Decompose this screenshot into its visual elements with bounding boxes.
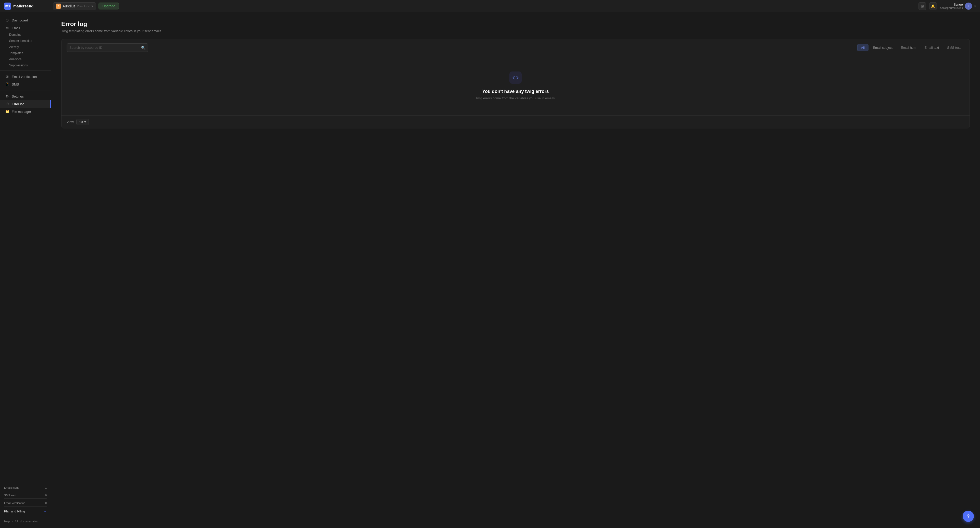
sms-sent-value: 0 xyxy=(45,494,47,497)
sidebar-label-email-verification: Email verification xyxy=(12,75,37,79)
page-title: Error log xyxy=(61,21,970,27)
workspace-icon: A xyxy=(56,3,61,9)
plan-arrow-icon: → xyxy=(44,510,47,513)
error-log-card: 🔍 All Email subject Email html Email tex… xyxy=(61,39,970,128)
sidebar-item-email-verification[interactable]: ✉ Email verification xyxy=(0,73,51,80)
user-chevron-icon: ▾ xyxy=(974,4,976,8)
sidebar-label-email: Email xyxy=(12,26,20,30)
tab-email-subject[interactable]: Email subject xyxy=(869,44,896,51)
sidebar-item-activity[interactable]: Activity xyxy=(9,44,51,50)
sidebar-label-settings: Settings xyxy=(12,94,24,98)
sender-identities-label: Sender identities xyxy=(9,39,32,43)
sidebar-item-settings[interactable]: ⚙ Settings xyxy=(0,93,51,100)
workspace-name: Aurelius xyxy=(62,4,76,8)
sidebar-label-dashboard: Dashboard xyxy=(12,18,28,22)
user-menu[interactable]: llango hello@aurelius.ink ll ▾ xyxy=(940,3,976,10)
plan-and-billing-link[interactable]: Plan and billing → xyxy=(4,508,47,515)
topbar: ms mailersend A Aurelius Plan: Free ▾ Up… xyxy=(0,0,980,12)
templates-label: Templates xyxy=(9,51,23,55)
settings-icon: ⚙ xyxy=(5,94,9,98)
view-label: View xyxy=(67,120,74,124)
email-icon: ✉ xyxy=(5,26,9,30)
notifications-icon[interactable]: 🔔 xyxy=(929,2,937,10)
sidebar-label-sms: SMS xyxy=(12,83,19,86)
workspace-selector[interactable]: A Aurelius Plan: Free ▾ xyxy=(53,2,96,10)
empty-state: You don't have any twig errors Twig erro… xyxy=(62,56,969,115)
domains-label: Domains xyxy=(9,33,21,37)
topbar-right: ⊞ 🔔 llango hello@aurelius.ink ll ▾ xyxy=(918,2,976,10)
per-page-select[interactable]: 10 ▾ xyxy=(76,119,89,125)
sidebar-item-email[interactable]: ✉ Email xyxy=(0,24,51,32)
emails-sent-value: 1 xyxy=(45,486,47,489)
footer-separator: · xyxy=(12,520,13,523)
workspace-plan: Plan: Free xyxy=(77,5,90,8)
email-verification-value: 0 xyxy=(45,501,47,504)
email-verification-stat: Email verification 0 xyxy=(4,501,47,506)
error-log-icon: ⏱ xyxy=(5,102,9,106)
search-icon[interactable]: 🔍 xyxy=(141,46,145,50)
upgrade-button[interactable]: Upgrade xyxy=(99,3,119,10)
sidebar-item-analytics[interactable]: Analytics xyxy=(9,56,51,62)
sms-sent-stat: SMS sent 0 xyxy=(4,493,47,498)
search-input[interactable] xyxy=(69,44,139,51)
user-email: hello@aurelius.ink xyxy=(940,6,963,10)
email-submenu: Domains Sender identities Activity Templ… xyxy=(0,32,51,69)
emails-sent-bar-fill xyxy=(4,491,47,491)
search-box: 🔍 xyxy=(67,43,148,52)
sidebar-item-domains[interactable]: Domains xyxy=(9,32,51,38)
email-verification-icon: ✉ xyxy=(5,75,9,79)
sidebar-main-nav: ⏱ Dashboard ✉ Email Domains Sender ident… xyxy=(0,15,51,116)
divider xyxy=(0,70,51,71)
logo: ms mailersend xyxy=(4,3,50,10)
logo-text: mailersend xyxy=(13,4,33,8)
emails-sent-label: Emails sent xyxy=(4,486,19,489)
email-verification-label: Email verification xyxy=(4,501,25,504)
sidebar-item-sms[interactable]: 📱 SMS xyxy=(0,80,51,88)
email-verification-bar xyxy=(4,506,47,507)
empty-title: You don't have any twig errors xyxy=(482,89,549,94)
sidebar-footer: Help · API documentation xyxy=(0,518,51,525)
tab-sms-text[interactable]: SMS text xyxy=(943,44,964,51)
sidebar-item-sender-identities[interactable]: Sender identities xyxy=(9,38,51,44)
dashboard-icon: ⏱ xyxy=(5,18,9,22)
sidebar-label-error-log: Error log xyxy=(12,102,24,106)
page-subtitle: Twig templating errors come from variabl… xyxy=(61,29,970,33)
card-header: 🔍 All Email subject Email html Email tex… xyxy=(62,39,969,56)
suppressions-label: Suppressions xyxy=(9,64,28,67)
tab-all[interactable]: All xyxy=(857,44,869,51)
topbar-center: A Aurelius Plan: Free ▾ Upgrade xyxy=(53,2,915,10)
help-link[interactable]: Help xyxy=(4,520,10,523)
card-footer: View 10 ▾ xyxy=(62,115,969,128)
sms-sent-bar xyxy=(4,498,47,499)
plan-billing-label: Plan and billing xyxy=(4,510,25,513)
sidebar: ⏱ Dashboard ✉ Email Domains Sender ident… xyxy=(0,12,51,528)
main-content: Error log Twig templating errors come fr… xyxy=(51,12,980,528)
tab-email-html[interactable]: Email html xyxy=(897,44,920,51)
sidebar-item-file-manager[interactable]: 📁 File manager xyxy=(0,108,51,115)
emails-sent-bar xyxy=(4,491,47,491)
sidebar-item-suppressions[interactable]: Suppressions xyxy=(9,62,51,69)
sidebar-label-file-manager: File manager xyxy=(12,110,31,113)
avatar: ll xyxy=(965,3,972,10)
sms-sent-label: SMS sent xyxy=(4,494,16,497)
sidebar-item-dashboard[interactable]: ⏱ Dashboard xyxy=(0,16,51,24)
emails-sent-stat: Emails sent 1 xyxy=(4,485,47,490)
file-manager-icon: 📁 xyxy=(5,110,9,113)
analytics-label: Analytics xyxy=(9,57,21,61)
sidebar-item-error-log[interactable]: ⏱ Error log xyxy=(0,100,51,108)
empty-state-icon xyxy=(509,72,522,84)
per-page-chevron-icon: ▾ xyxy=(84,120,86,124)
chevron-down-icon: ▾ xyxy=(91,4,93,8)
filter-tabs: All Email subject Email html Email text … xyxy=(857,44,964,51)
tab-email-text[interactable]: Email text xyxy=(921,44,943,51)
empty-description: Twig errors come from the variables you … xyxy=(476,96,555,100)
per-page-value: 10 xyxy=(79,120,83,124)
help-fab-button[interactable]: ? xyxy=(963,510,974,522)
apps-icon[interactable]: ⊞ xyxy=(918,2,926,10)
sms-icon: 📱 xyxy=(5,82,9,86)
user-name: llango xyxy=(940,3,963,6)
api-docs-link[interactable]: API documentation xyxy=(15,520,38,523)
activity-label: Activity xyxy=(9,45,19,49)
sidebar-item-templates[interactable]: Templates xyxy=(9,50,51,56)
sidebar-stats: Emails sent 1 SMS sent 0 Email verificat… xyxy=(0,482,51,518)
